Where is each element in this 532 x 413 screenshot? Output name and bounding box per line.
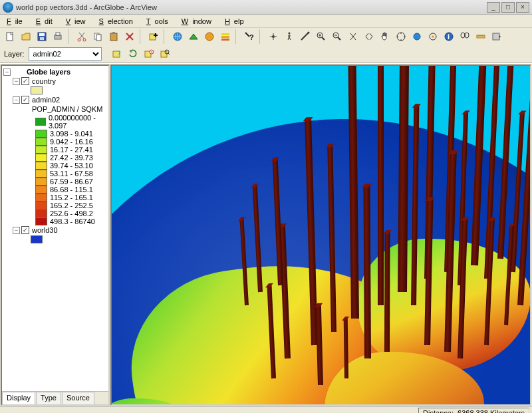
field-label: POP_ADMIN / SQKM — [31, 105, 102, 113]
class-range: 0.000000000 - 3.097 — [49, 114, 107, 130]
tab-type[interactable]: Type — [36, 392, 61, 404]
population-bar — [316, 305, 323, 385]
window-buttons: _ □ × — [487, 2, 529, 13]
toolbars: ? i Layer: admin02 — [0, 28, 532, 63]
toc-tabs: Display Type Source — [2, 391, 108, 404]
globe-icon[interactable] — [170, 29, 185, 44]
widen-fov-icon[interactable] — [362, 29, 376, 44]
pan-icon[interactable] — [378, 29, 392, 44]
layer-name[interactable]: admin02 — [31, 96, 60, 104]
full-extent-icon[interactable] — [410, 29, 424, 44]
globe-viewport[interactable] — [110, 65, 531, 406]
status-bar: Distance: 6368.338 Kilometers — [0, 406, 532, 413]
svg-rect-17 — [221, 39, 229, 41]
class-swatch — [35, 162, 47, 170]
cut-icon[interactable] — [74, 29, 89, 44]
menu-window[interactable]: Window — [178, 16, 219, 27]
svg-rect-5 — [56, 33, 60, 35]
main-area: − Globe layers −country−admin02POP_ADMIN… — [0, 63, 532, 406]
class-range: 27.42 - 39.73 — [50, 154, 93, 162]
population-bar — [327, 146, 336, 332]
paste-icon[interactable] — [106, 29, 121, 44]
set-source-icon[interactable] — [110, 47, 124, 61]
svg-rect-4 — [55, 35, 61, 39]
population-bar — [273, 159, 283, 285]
svg-point-20 — [289, 33, 291, 35]
open-icon[interactable] — [19, 29, 33, 44]
layer-name[interactable]: country — [31, 77, 56, 85]
narrow-fov-icon[interactable] — [346, 29, 360, 44]
expander-icon[interactable]: − — [13, 78, 20, 85]
measure-icon[interactable] — [473, 29, 488, 44]
layer-select[interactable]: admin02 — [29, 47, 102, 61]
svg-rect-10 — [110, 33, 117, 41]
class-swatch — [35, 130, 47, 138]
arcmap-icon[interactable] — [202, 29, 217, 44]
class-swatch — [35, 118, 46, 126]
zoom-out-icon[interactable] — [330, 29, 344, 44]
fly-icon[interactable] — [266, 29, 281, 44]
scene-icon[interactable] — [186, 29, 201, 44]
class-range: 165.2 - 252.5 — [50, 202, 93, 209]
toc-panel: − Globe layers −country−admin02POP_ADMIN… — [1, 65, 110, 406]
menu-help[interactable]: Help — [221, 16, 252, 27]
catalog-icon[interactable] — [218, 29, 233, 44]
svg-rect-16 — [221, 36, 229, 38]
tab-display[interactable]: Display — [2, 392, 35, 404]
save-icon[interactable] — [35, 29, 49, 44]
print-icon[interactable] — [51, 29, 65, 44]
menu-view[interactable]: View — [62, 16, 94, 27]
zoom-to-layer-icon[interactable] — [158, 47, 172, 61]
minimize-button[interactable]: _ — [487, 2, 500, 13]
navigate-icon[interactable] — [394, 29, 408, 44]
menu-tools[interactable]: Tools — [142, 16, 176, 27]
find-icon[interactable] — [458, 29, 472, 44]
layer-checkbox[interactable] — [21, 226, 29, 234]
svg-text:?: ? — [249, 33, 254, 41]
svg-rect-15 — [221, 33, 229, 35]
svg-rect-11 — [112, 32, 115, 34]
identify-icon[interactable]: i — [442, 29, 456, 44]
expander-icon[interactable]: − — [13, 96, 20, 104]
class-swatch — [35, 209, 47, 217]
class-swatch — [35, 178, 47, 186]
delete-icon[interactable] — [122, 29, 137, 44]
refresh-icon[interactable] — [126, 47, 140, 61]
app-icon — [3, 2, 13, 13]
class-range: 39.74 - 53.10 — [50, 162, 93, 170]
extruded-bars — [112, 66, 530, 404]
layer-name[interactable]: world30 — [31, 226, 58, 234]
menu-selection[interactable]: Selection — [95, 16, 141, 27]
tools-dropdown-icon[interactable] — [489, 29, 504, 44]
layer-checkbox[interactable] — [21, 96, 29, 104]
class-swatch — [35, 170, 47, 178]
window-title: world pop vectors.3dd - ArcGlobe - ArcVi… — [16, 3, 487, 11]
zoom-in-icon[interactable] — [314, 29, 329, 44]
class-range: 115.2 - 165.1 — [50, 194, 93, 202]
expander-icon[interactable]: − — [3, 69, 11, 76]
maximize-button[interactable]: □ — [501, 2, 515, 13]
svg-rect-0 — [7, 33, 13, 41]
layer-checkbox[interactable] — [21, 77, 29, 85]
layer-swatch — [31, 235, 43, 243]
help-icon[interactable]: ? — [242, 29, 257, 44]
expander-icon[interactable]: − — [13, 227, 20, 234]
center-icon[interactable] — [426, 29, 440, 44]
target-icon[interactable] — [298, 29, 313, 44]
walk-icon[interactable] — [282, 29, 297, 44]
tab-source[interactable]: Source — [62, 392, 94, 404]
add-data-icon[interactable] — [146, 29, 161, 44]
close-button[interactable]: × — [516, 2, 529, 13]
toc-tree[interactable]: − Globe layers −country−admin02POP_ADMIN… — [2, 66, 108, 391]
menu-edit[interactable]: Edit — [32, 16, 61, 27]
class-range: 498.3 - 86740 — [50, 217, 95, 225]
clear-selection-icon[interactable] — [142, 47, 156, 61]
copy-icon[interactable] — [90, 29, 105, 44]
population-bar — [384, 232, 390, 352]
new-icon[interactable] — [3, 29, 17, 44]
menu-bar: File Edit View Selection Tools Window He… — [0, 15, 532, 28]
menu-file[interactable]: File — [3, 16, 31, 27]
class-range: 67.59 - 86.67 — [50, 178, 93, 186]
class-range: 9.042 - 16.16 — [50, 138, 93, 146]
toc-root-label: Globe layers — [25, 68, 70, 76]
